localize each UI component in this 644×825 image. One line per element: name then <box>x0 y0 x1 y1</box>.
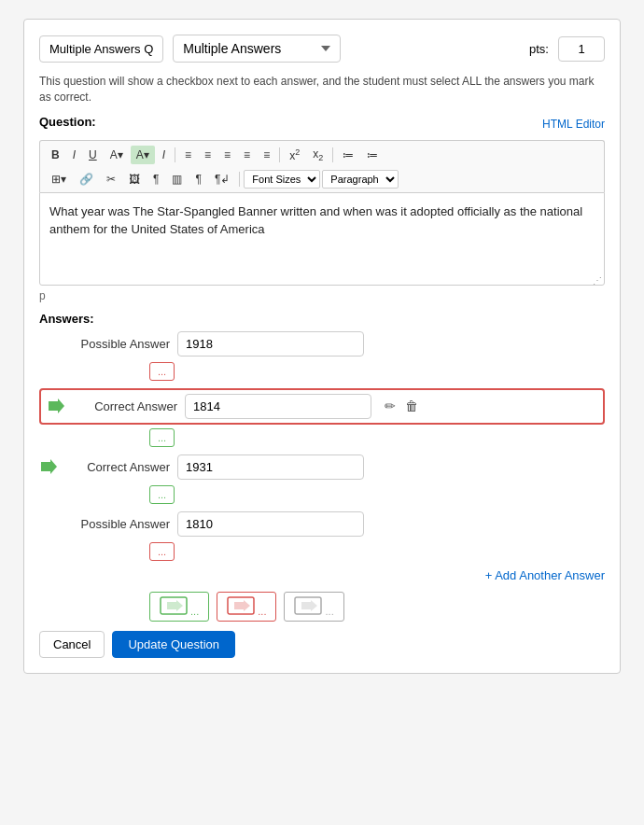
image-btn[interactable]: 🖼 <box>123 170 146 189</box>
answer-row-4: Possible Answer <box>39 511 605 537</box>
small-btn-row-2: ... <box>149 428 605 447</box>
top-bar: Multiple Answers Q Multiple Answers pts: <box>39 35 605 63</box>
correct-answer-wrapper-1: Correct Answer ✏ 🗑 <box>39 388 605 425</box>
question-text: What year was The Star-Spangled Banner w… <box>49 204 582 237</box>
add-feedback-btn-1[interactable]: ... <box>149 362 175 381</box>
add-feedback-btn-3[interactable]: ... <box>149 485 175 504</box>
svg-marker-3 <box>167 600 183 611</box>
small-btn-row-3: ... <box>149 485 605 504</box>
answer-input-1[interactable] <box>177 331 364 357</box>
question-type-label: Multiple Answers Q <box>39 35 163 63</box>
update-question-button[interactable]: Update Question <box>112 631 235 658</box>
bottom-red-btn[interactable]: ... <box>217 592 276 622</box>
toolbar-sep-1 <box>175 147 175 162</box>
answers-label: Answers: <box>39 312 605 326</box>
answer-row-2: Correct Answer ✏ 🗑 <box>47 394 597 419</box>
underline-btn[interactable]: U <box>83 146 103 164</box>
answer-label-1: Possible Answer <box>67 337 170 351</box>
answer-label-3: Correct Answer <box>67 460 170 474</box>
bottom-grey-icon <box>294 596 322 615</box>
answer-input-4[interactable] <box>177 511 364 537</box>
edit-btn-2[interactable]: ✏ <box>383 397 398 415</box>
toolbar-sep-2 <box>279 147 280 162</box>
ltr-btn[interactable]: ¶ <box>189 170 206 189</box>
editor-toolbar: B I U A▾ A▾ I ≡ ≡ ≡ ≡ ≡ x2 x2 ≔ ≔ ⊞▾ 🔗 ✂… <box>39 140 605 192</box>
align-justify-btn[interactable]: ≡ <box>238 146 256 164</box>
toolbar-sep-4 <box>239 172 240 187</box>
bottom-red-label: ... <box>258 606 266 617</box>
arrow-icon-1 <box>47 398 65 414</box>
question-type-select[interactable]: Multiple Answers <box>173 35 341 63</box>
superscript-btn[interactable]: x2 <box>284 145 305 165</box>
info-text: This question will show a checkbox next … <box>39 74 605 105</box>
align-center-btn[interactable]: ≡ <box>199 146 217 164</box>
ordered-list-btn[interactable]: ≔ <box>361 146 384 164</box>
font-color-btn[interactable]: A▾ <box>105 146 129 164</box>
answer-label-2: Correct Answer <box>75 399 177 413</box>
answer-input-3[interactable] <box>177 454 364 480</box>
link-btn[interactable]: 🔗 <box>74 170 99 189</box>
subscript-btn[interactable]: x2 <box>307 145 329 165</box>
cancel-button[interactable]: Cancel <box>39 631 105 658</box>
answer-row-3: Correct Answer <box>39 454 605 480</box>
action-row: Cancel Update Question <box>39 631 605 658</box>
editor-footer: p <box>39 289 605 302</box>
align-left-btn[interactable]: ≡ <box>179 146 197 164</box>
answer-label-4: Possible Answer <box>67 517 170 531</box>
svg-marker-0 <box>49 399 64 413</box>
font-size-select[interactable]: Font Sizes <box>244 170 320 189</box>
svg-marker-1 <box>41 459 57 474</box>
question-editor-card: Multiple Answers Q Multiple Answers pts:… <box>23 19 621 674</box>
indent-btn[interactable]: ≡ <box>258 146 275 164</box>
bold-btn[interactable]: B <box>46 146 65 164</box>
svg-marker-5 <box>234 600 250 611</box>
align-right-btn[interactable]: ≡ <box>218 146 236 164</box>
paragraph-mark-btn[interactable]: ¶ <box>147 170 164 189</box>
svg-marker-7 <box>301 600 317 611</box>
toolbar-row-1: B I U A▾ A▾ I ≡ ≡ ≡ ≡ ≡ x2 x2 ≔ ≔ <box>46 145 598 165</box>
question-editor-area[interactable]: What year was The Star-Spangled Banner w… <box>39 192 605 286</box>
toolbar-sep-3 <box>332 147 333 162</box>
paragraph-select[interactable]: Paragraph <box>322 170 399 189</box>
rtl-btn[interactable]: ¶↲ <box>209 170 235 189</box>
pts-input[interactable] <box>558 36 605 62</box>
correct-arrow-2 <box>39 458 60 475</box>
add-feedback-btn-4[interactable]: ... <box>149 542 175 561</box>
bottom-green-btn[interactable]: ... <box>149 592 209 622</box>
italic-btn[interactable]: I <box>67 146 81 164</box>
arrow-icon-2 <box>39 458 58 475</box>
bottom-btn-row: ... ... ... <box>149 592 605 622</box>
highlight-btn[interactable]: A▾ <box>131 146 155 164</box>
bottom-red-icon <box>227 596 255 615</box>
question-label: Question: <box>39 115 96 129</box>
resize-handle[interactable]: ⋰ <box>593 273 602 283</box>
small-btn-row-1: ... <box>149 362 605 381</box>
answer-icons-2: ✏ 🗑 <box>383 397 420 415</box>
special-char-btn[interactable]: ▥ <box>166 170 188 189</box>
delete-btn-2[interactable]: 🗑 <box>403 397 420 415</box>
bottom-grey-btn[interactable]: ... <box>284 592 343 622</box>
answer-row-1: Possible Answer <box>39 331 605 357</box>
question-section-header: Question: HTML Editor <box>39 115 605 134</box>
pts-label: pts: <box>529 42 549 56</box>
small-btn-row-4: ... <box>149 542 605 561</box>
bottom-grey-label: ... <box>326 606 334 617</box>
answer-input-2[interactable] <box>185 394 371 419</box>
bottom-green-label: ... <box>190 606 199 617</box>
answers-section: Answers: Possible Answer ... Correct Ans… <box>39 312 605 622</box>
add-feedback-btn-2[interactable]: ... <box>149 428 175 447</box>
toolbar-row-2: ⊞▾ 🔗 ✂ 🖼 ¶ ▥ ¶ ¶↲ Font Sizes Paragraph <box>46 170 598 189</box>
bottom-green-icon <box>160 596 188 615</box>
embed-btn[interactable]: ✂ <box>101 170 121 189</box>
table-btn[interactable]: ⊞▾ <box>46 170 72 189</box>
clear-format-btn[interactable]: I <box>157 146 171 164</box>
html-editor-link[interactable]: HTML Editor <box>542 118 605 131</box>
add-answer-btn[interactable]: + Add Another Answer <box>485 568 605 582</box>
unordered-list-btn[interactable]: ≔ <box>337 146 359 164</box>
add-answer-row: + Add Another Answer <box>39 568 605 582</box>
correct-arrow-1 <box>47 398 67 414</box>
